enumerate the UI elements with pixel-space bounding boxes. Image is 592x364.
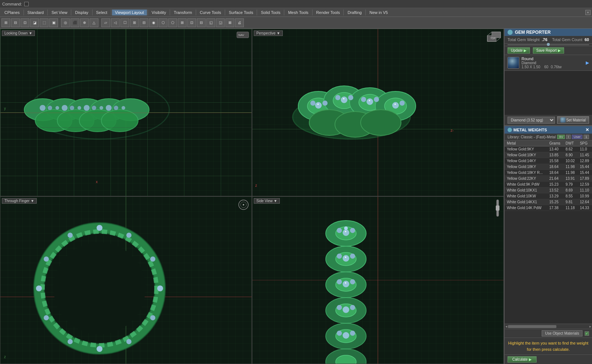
toolbar-btn-20[interactable]: ⊡ [187,18,196,27]
toolbar-btn-24[interactable]: ⊠ [225,18,234,27]
toolbar-btn-1[interactable]: ⊞ [1,18,10,27]
toolbar-btn-19[interactable]: ⊞ [178,18,187,27]
table-row[interactable]: White Gold:14KX115.259.8112.64 [505,199,592,205]
metal-weights-close[interactable]: ✕ [585,127,589,132]
metal-scroll-h[interactable]: ◂ ▸ [505,324,592,329]
table-row[interactable]: White Gold:14K PdW17.3811.1814.33 [505,205,592,211]
badge-i[interactable]: I [566,135,571,139]
gem-slider[interactable] [508,44,589,45]
toolbar-btn-23[interactable]: ◲ [216,18,225,27]
toolbar-btn-2[interactable]: ⊟ [11,18,20,27]
toolbar-btn-22[interactable]: ◱ [206,18,215,27]
set-material-button[interactable]: Set Material [557,116,589,124]
svg-point-84 [68,339,73,344]
svg-point-26 [122,106,125,110]
toolbar-btn-4[interactable]: ◪ [30,18,39,27]
metal-table: Metal Grams DWT SPG Yellow Gold:9KY13.40… [505,141,592,211]
toolbar-btn-25[interactable]: 🖨 [235,18,244,27]
toolbar-btn-11[interactable]: ▱ [101,18,110,27]
menu-solid-tools[interactable]: Solid Tools [258,10,283,15]
menu-surface-tools[interactable]: Surface Tools [226,10,256,15]
menu-drafting[interactable]: Drafting [344,10,365,15]
material-select[interactable]: Diamond (3.52 spg) [508,117,555,124]
gem-stats-row: Total Gem Weight .76 Total Gem Count 60 [505,36,592,44]
scroll-left-icon[interactable]: ◂ [505,324,507,328]
save-report-button[interactable]: Save Report ▶ [533,47,564,54]
cell-grams: 13.40 [547,146,563,152]
menu-viewport-layout[interactable]: Viewport Layout [112,10,147,15]
toolbar: ⊞ ⊟ ⊡ ◪ ⬚ ▣ ◎ ⬛ ⊕ △ ▱ ◁ ☐ ⊞ ⊟ ◉ ⬡ ⬠ ⊞ ⊡ … [0,17,592,29]
toolbar-btn-21[interactable]: ⊟ [197,18,206,27]
table-row[interactable]: Yellow Gold:18KY18.6411.9815.44 [505,164,592,170]
viewport-label-side[interactable]: Side View ▼ [254,198,280,204]
viewport-perspective[interactable]: Perspective ▼ [252,29,504,196]
svg-point-81 [150,315,155,320]
action-row: Update ▶ Save Report ▶ [505,46,592,55]
menu-render-tools[interactable]: Render Tools [313,10,343,15]
use-obj-materials-button[interactable]: Use Object Materials [542,330,582,336]
menu-curve-tools[interactable]: Curve Tools [197,10,224,15]
scroll-right-icon[interactable]: ▸ [589,324,591,328]
toolbar-btn-3[interactable]: ⊡ [21,18,29,27]
svg-text:TOP: TOP [490,37,496,40]
viewport-side[interactable]: Side View ▼ [252,196,504,364]
menu-display[interactable]: Display [72,10,91,15]
viewport-label-front[interactable]: Through Finger ▼ [2,198,37,204]
toolbar-btn-9[interactable]: ⊕ [80,18,89,27]
badge-gv[interactable]: 9V [557,135,565,139]
gem-nav-arrow[interactable]: ▶ [586,60,589,65]
toolbar-btn-8[interactable]: ⬛ [71,18,79,27]
viewport-front[interactable]: Through Finger ▼ [0,196,252,364]
table-row[interactable]: Yellow Gold:14KY15.5810.0212.89 [505,158,592,164]
toolbar-btn-7[interactable]: ◎ [61,18,70,27]
cell-metal: Yellow Gold:22KY [505,176,547,182]
toolbar-btn-16[interactable]: ◉ [149,18,158,27]
table-row[interactable]: Yellow Gold:22KY21.6413.9117.89 [505,176,592,182]
svg-point-114 [345,231,346,232]
menu-transform[interactable]: Transform [171,10,195,15]
cell-grams: 13.52 [547,188,563,193]
viewport-label-top[interactable]: Looking Down ▼ [2,30,35,36]
badge-user[interactable]: User [572,135,582,139]
cell-spg: 11.0 [578,146,592,152]
use-obj-materials-checkbox[interactable]: ✓ [585,331,589,336]
scroll-bar[interactable] [508,325,556,328]
menu-select[interactable]: Select [93,10,111,15]
toolbar-btn-10[interactable]: △ [90,18,98,27]
table-row[interactable]: Yellow Gold:9KY13.408.6211.0 [505,146,592,152]
menu-visibility[interactable]: Visibility [149,10,169,15]
table-row[interactable]: Yellow Gold:18KY R...18.6411.9815.44 [505,170,592,176]
svg-point-87 [44,256,49,262]
cell-spg: 12.64 [578,199,592,205]
menu-cplanes[interactable]: CPlanes [1,10,23,15]
gem-weight-label: Total Gem Weight [508,37,539,42]
metal-table-wrapper[interactable]: Metal Grams DWT SPG Yellow Gold:9KY13.40… [505,141,592,324]
menu-new-in-v5[interactable]: New in V5 [367,10,391,15]
toolbar-btn-18[interactable]: ⬠ [168,18,177,27]
svg-point-83 [97,346,102,352]
toolbar-btn-12[interactable]: ◁ [111,18,120,27]
calculate-button[interactable]: Calculate ▶ [508,356,537,363]
menu-mesh-tools[interactable]: Mesh Tools [285,10,311,15]
toolbar-btn-13[interactable]: ☐ [120,18,129,27]
svg-text:y: y [4,106,6,110]
update-button[interactable]: Update ▶ [508,47,530,54]
table-row[interactable]: Yellow Gold:10KY13.858.9011.45 [505,152,592,158]
toolbar-btn-14[interactable]: ⊞ [130,18,139,27]
toolbar-btn-17[interactable]: ⬡ [159,18,167,27]
menu-close[interactable]: × [585,10,591,15]
menu-setview[interactable]: Set View [48,10,70,15]
toolbar-btn-15[interactable]: ⊟ [140,18,148,27]
col-dwt: DWT [563,141,578,146]
toolbar-btn-5[interactable]: ⬚ [40,18,48,27]
viewport-label-perspective[interactable]: Perspective ▼ [254,30,283,36]
table-row[interactable]: White Gold:9K PdW15.239.7912.59 [505,182,592,188]
cell-dwt: 11.18 [563,205,578,211]
table-row[interactable]: White Gold:10KW13.298.5510.99 [505,193,592,199]
table-row[interactable]: White Gold:10KX113.528.6911.10 [505,188,592,193]
menu-standard[interactable]: Standard [25,10,47,15]
viewport-top[interactable]: Looking Down ▼ [0,29,252,196]
col-metal: Metal [505,141,547,146]
command-scroll-up[interactable] [24,2,29,6]
toolbar-btn-6[interactable]: ▣ [49,18,58,27]
